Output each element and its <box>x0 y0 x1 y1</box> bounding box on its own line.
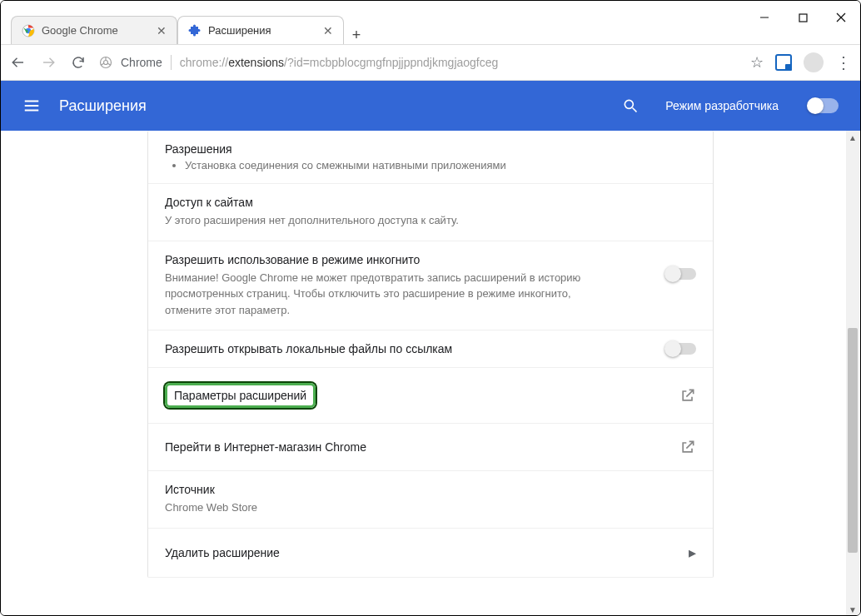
svg-point-7 <box>104 61 108 65</box>
chrome-label: Chrome <box>121 56 162 69</box>
tab-bar: Google Chrome ✕ Расширения ✕ + <box>1 14 860 44</box>
menu-kebab-icon[interactable]: ⋮ <box>835 52 852 72</box>
extension-options-link[interactable]: Параметры расширений <box>148 368 713 424</box>
url-text: chrome://extensions/?id=mcbpblocgmgfnpjj… <box>180 56 499 69</box>
incognito-toggle[interactable] <box>666 268 696 280</box>
puzzle-favicon-icon <box>188 24 202 37</box>
incognito-text: Внимание! Google Chrome не может предотв… <box>165 270 598 319</box>
extensions-header: Расширения Режим разработчика <box>1 81 860 131</box>
scroll-up-arrow-icon[interactable]: ▲ <box>849 131 857 145</box>
new-tab-button[interactable]: + <box>344 27 369 44</box>
extension-detail-card: Разрешения Установка соединения со смежн… <box>147 131 714 578</box>
scrollbar-thumb[interactable] <box>848 328 858 553</box>
tab-extensions[interactable]: Расширения ✕ <box>177 16 344 44</box>
window-titlebar <box>1 1 860 14</box>
tab-label: Google Chrome <box>42 24 150 37</box>
webstore-label: Перейти в Интернет-магазин Chrome <box>165 440 679 454</box>
window-minimize-button[interactable] <box>745 1 784 34</box>
open-external-icon <box>679 439 696 455</box>
svg-line-12 <box>633 108 637 112</box>
extension-toolbar-icon[interactable] <box>775 54 792 71</box>
incognito-heading: Разрешить использование в режиме инкогни… <box>165 253 649 266</box>
chrome-webstore-link[interactable]: Перейти в Интернет-магазин Chrome <box>148 424 713 471</box>
extension-options-label: Параметры расширений <box>165 383 316 408</box>
scroll-down-arrow-icon[interactable]: ▼ <box>849 603 857 616</box>
chrome-page-icon <box>99 56 112 69</box>
separator <box>171 55 172 70</box>
back-button[interactable] <box>9 55 27 70</box>
local-files-heading: Разрешить открывать локальные файлы по с… <box>165 342 666 355</box>
permission-item: Установка соединения со смежными нативны… <box>185 159 696 171</box>
source-text: Chrome Web Store <box>165 499 696 516</box>
close-icon[interactable]: ✕ <box>323 24 333 37</box>
developer-mode-toggle[interactable] <box>809 98 839 113</box>
site-access-section: Доступ к сайтам У этого расширения нет д… <box>148 184 713 241</box>
scrollbar-track[interactable] <box>846 145 859 603</box>
page-title: Расширения <box>59 97 604 115</box>
source-heading: Источник <box>165 483 696 496</box>
permissions-heading: Разрешения <box>165 142 696 156</box>
local-files-toggle[interactable] <box>666 343 696 355</box>
open-external-icon <box>679 387 696 404</box>
window-close-button[interactable] <box>822 1 860 34</box>
tab-google-chrome[interactable]: Google Chrome ✕ <box>11 16 177 44</box>
svg-line-10 <box>107 63 111 65</box>
incognito-section: Разрешить использование в режиме инкогни… <box>148 241 713 331</box>
tab-label: Расширения <box>208 24 316 37</box>
reload-button[interactable] <box>69 55 87 70</box>
forward-button[interactable] <box>39 55 57 70</box>
remove-label: Удалить расширение <box>165 546 689 559</box>
chevron-right-icon: ▸ <box>689 544 696 562</box>
profile-avatar[interactable] <box>804 52 824 72</box>
address-bar: Chrome chrome://extensions/?id=mcbpblocg… <box>1 44 860 81</box>
vertical-scrollbar[interactable]: ▲ ▼ <box>846 131 859 616</box>
svg-line-9 <box>102 63 105 65</box>
hamburger-menu-icon[interactable] <box>22 97 41 115</box>
window-maximize-button[interactable] <box>784 1 822 34</box>
developer-mode-label: Режим разработчика <box>665 99 779 112</box>
permissions-section: Разрешения Установка соединения со смежн… <box>148 131 713 184</box>
search-icon[interactable] <box>622 97 639 114</box>
remove-extension-link[interactable]: Удалить расширение ▸ <box>148 529 713 578</box>
chrome-favicon-icon <box>22 24 35 37</box>
local-files-section: Разрешить открывать локальные файлы по с… <box>148 330 713 368</box>
source-section: Источник Chrome Web Store <box>148 471 713 529</box>
svg-rect-1 <box>799 14 807 22</box>
close-icon[interactable]: ✕ <box>157 24 167 37</box>
omnibox[interactable]: Chrome chrome://extensions/?id=mcbpblocg… <box>99 55 739 70</box>
bookmark-star-icon[interactable]: ☆ <box>750 53 764 72</box>
svg-point-11 <box>625 100 634 108</box>
site-access-heading: Доступ к сайтам <box>165 196 696 209</box>
site-access-text: У этого расширения нет дополнительного д… <box>165 212 696 229</box>
